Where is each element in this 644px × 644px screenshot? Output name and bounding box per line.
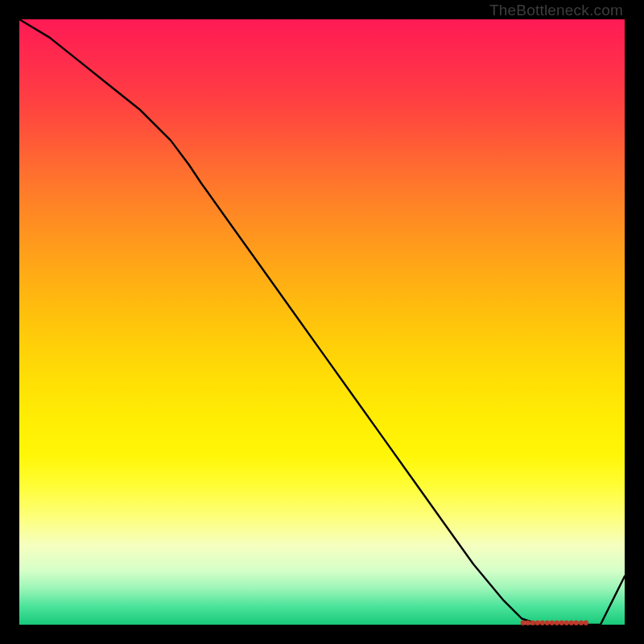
attribution-watermark: TheBottleneck.com (489, 2, 623, 19)
optimum-dot (559, 621, 564, 625)
optimum-dot (564, 621, 569, 625)
optimum-dot (521, 621, 526, 625)
chart-svg (19, 19, 625, 625)
chart-frame: TheBottleneck.com (0, 0, 644, 644)
optimum-dot (530, 621, 535, 625)
optimum-dot (569, 621, 574, 625)
optimum-dot (555, 621, 559, 625)
optimum-dot (526, 621, 530, 625)
optimum-dot (545, 621, 550, 625)
optimum-dot (540, 621, 545, 625)
optimum-dot (574, 621, 579, 625)
optimum-dot (579, 621, 584, 625)
optimum-dot (550, 621, 555, 625)
optimum-dot (535, 621, 540, 625)
bottleneck-curve (19, 19, 625, 625)
optimum-dot (584, 621, 588, 625)
